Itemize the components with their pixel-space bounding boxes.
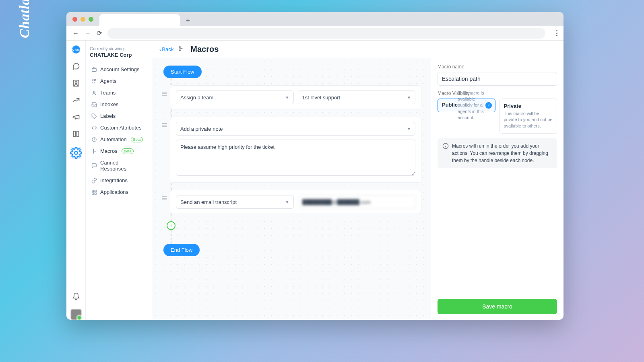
visibility-private[interactable]: PrivateThis macro will be private to you… bbox=[500, 99, 557, 134]
svg-rect-11 bbox=[95, 190, 96, 191]
beta-badge: Beta bbox=[122, 148, 134, 154]
app-root: Chat Currently viewing: CHATLAKE Corp Ac… bbox=[66, 41, 564, 320]
caret-down-icon: ▼ bbox=[285, 200, 289, 204]
caret-down-icon: ▼ bbox=[407, 127, 411, 131]
sidebar-item-applications[interactable]: Applications bbox=[90, 186, 148, 198]
sidebar-item-account[interactable]: Account Settings bbox=[90, 64, 148, 75]
info-banner: Macros will run in the order you add you… bbox=[438, 138, 557, 168]
note-textarea[interactable] bbox=[176, 140, 415, 176]
visibility-label: Macro Visibility bbox=[438, 90, 557, 96]
svg-point-6 bbox=[93, 91, 95, 93]
helpcenter-icon[interactable] bbox=[72, 130, 80, 138]
svg-rect-13 bbox=[95, 193, 96, 194]
flow-canvas: Start Flow Assign a team▼ 1st level supp… bbox=[152, 58, 431, 320]
node-card: Send an email transcript▼ bbox=[170, 190, 421, 214]
browser-navbar: ← → ⟳ bbox=[66, 26, 564, 41]
icon-rail: Chat bbox=[66, 41, 86, 320]
svg-rect-3 bbox=[92, 68, 97, 72]
settings-sidebar: Currently viewing: CHATLAKE Corp Account… bbox=[86, 41, 152, 320]
svg-point-1 bbox=[75, 82, 77, 84]
url-bar[interactable] bbox=[107, 28, 545, 39]
settings-icon[interactable] bbox=[70, 147, 82, 159]
drag-handle-icon[interactable] bbox=[162, 92, 167, 96]
action-select[interactable]: Add a private note▼ bbox=[176, 122, 415, 136]
brand-watermark: Chatlake bbox=[17, 0, 32, 38]
visibility-public[interactable]: ✓ PublicThis macro is available publicly… bbox=[438, 99, 495, 112]
back-button[interactable]: ‹Back bbox=[159, 46, 173, 52]
macro-name-label: Macro name bbox=[438, 64, 557, 70]
flow-node: Assign a team▼ 1st level support▼ bbox=[162, 85, 423, 109]
viewing-label: Currently viewing: bbox=[90, 46, 148, 51]
svg-rect-12 bbox=[92, 193, 94, 194]
nav-reload-icon[interactable]: ⟳ bbox=[97, 29, 102, 37]
sidebar-item-inboxes[interactable]: Inboxes bbox=[90, 99, 148, 110]
nav-back-icon[interactable]: ← bbox=[72, 30, 79, 37]
logo-icon[interactable]: Chat bbox=[72, 45, 80, 53]
sidebar-item-labels[interactable]: Labels bbox=[90, 110, 148, 122]
svg-point-4 bbox=[93, 79, 95, 81]
main-content: ‹Back Macros Start Flow Assign a team▼ bbox=[152, 41, 564, 320]
check-icon: ✓ bbox=[485, 102, 492, 109]
svg-point-2 bbox=[74, 151, 78, 154]
node-card: Assign a team▼ 1st level support▼ bbox=[170, 85, 421, 109]
breadcrumb: ‹Back Macros bbox=[152, 41, 564, 58]
svg-point-5 bbox=[95, 79, 96, 81]
drag-handle-icon[interactable] bbox=[162, 196, 167, 200]
save-macro-button[interactable]: Save macro bbox=[438, 299, 557, 314]
nav-fwd-icon[interactable]: → bbox=[85, 30, 91, 37]
chevron-left-icon: ‹ bbox=[159, 46, 161, 52]
drag-handle-icon[interactable] bbox=[162, 123, 167, 127]
macro-icon bbox=[178, 45, 184, 53]
sidebar-item-integrations[interactable]: Integrations bbox=[90, 175, 148, 186]
notifications-icon[interactable] bbox=[72, 292, 80, 300]
browser-menu-icon[interactable] bbox=[556, 30, 557, 36]
sidebar-item-automation[interactable]: AutomationBeta bbox=[90, 134, 148, 145]
contacts-icon[interactable] bbox=[72, 79, 80, 87]
end-flow-pill: End Flow bbox=[163, 244, 200, 256]
caret-down-icon: ▼ bbox=[285, 95, 289, 100]
conversations-icon[interactable] bbox=[72, 62, 80, 70]
email-input[interactable] bbox=[298, 195, 416, 209]
traffic-lights bbox=[72, 12, 93, 26]
page-title: Macros bbox=[190, 45, 219, 54]
new-tab-button[interactable]: + bbox=[182, 15, 194, 26]
browser-tabbar: + bbox=[66, 12, 564, 26]
macro-name-input[interactable] bbox=[438, 72, 557, 86]
browser-tab[interactable] bbox=[99, 14, 180, 26]
avatar[interactable] bbox=[71, 309, 81, 320]
action-select[interactable]: Assign a team▼ bbox=[176, 90, 294, 104]
add-node-button[interactable]: + bbox=[167, 221, 175, 230]
flow-node: Send an email transcript▼ bbox=[162, 190, 423, 214]
sidebar-item-canned[interactable]: Canned Responses bbox=[90, 157, 148, 175]
org-name: CHATLAKE Corp bbox=[90, 52, 148, 58]
campaigns-icon[interactable] bbox=[72, 113, 80, 121]
flow-node: Add a private note▼ bbox=[162, 117, 423, 183]
sidebar-item-teams[interactable]: Teams bbox=[90, 87, 148, 99]
sidebar-item-macros[interactable]: MacrosBeta bbox=[90, 145, 148, 157]
caret-down-icon: ▼ bbox=[407, 95, 411, 100]
beta-badge: Beta bbox=[131, 137, 143, 142]
action-select[interactable]: Send an email transcript▼ bbox=[176, 195, 294, 209]
editor-body: Start Flow Assign a team▼ 1st level supp… bbox=[152, 58, 564, 320]
info-icon bbox=[442, 143, 449, 149]
svg-rect-10 bbox=[92, 190, 94, 191]
sidebar-item-custom-attributes[interactable]: Custom Attributes bbox=[90, 122, 148, 134]
traffic-max[interactable] bbox=[89, 17, 93, 22]
sidebar-item-agents[interactable]: Agents bbox=[90, 75, 148, 87]
traffic-min[interactable] bbox=[80, 17, 85, 22]
reports-icon[interactable] bbox=[72, 96, 80, 104]
team-select[interactable]: 1st level support▼ bbox=[298, 90, 416, 104]
properties-panel: Macro name Macro Visibility ✓ PublicThis… bbox=[431, 58, 564, 320]
traffic-close[interactable] bbox=[72, 17, 77, 22]
node-card: Add a private note▼ bbox=[170, 117, 421, 183]
start-flow-pill: Start Flow bbox=[163, 66, 202, 78]
browser-window: + ← → ⟳ Chat Currently viewing: CHATLAKE… bbox=[66, 12, 564, 320]
